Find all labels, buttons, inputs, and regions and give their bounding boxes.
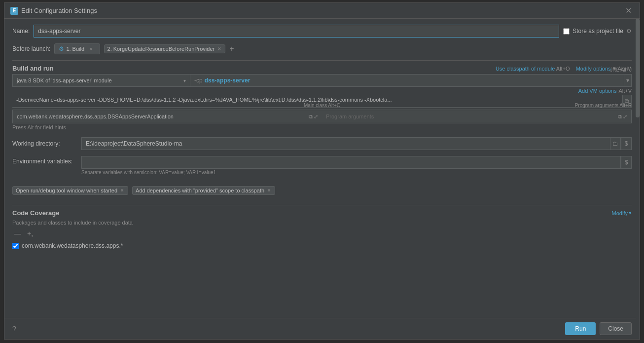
run-button[interactable]: Run bbox=[565, 322, 596, 335]
program-args-placeholder: Program arguments bbox=[326, 114, 374, 119]
gear-icon[interactable]: ⚙ bbox=[626, 28, 632, 35]
cp-prefix: -cp bbox=[194, 77, 203, 84]
working-dir-row: Working directory: 🗀 $ bbox=[12, 137, 632, 150]
add-vm-link[interactable]: Add VM options bbox=[578, 88, 617, 94]
before-launch-item-2-remove[interactable]: × bbox=[216, 46, 222, 52]
code-coverage-header: Code Coverage Modify ▾ bbox=[12, 209, 632, 217]
before-launch-item-1-text: 1. Build bbox=[66, 46, 84, 52]
working-dir-label: Working directory: bbox=[12, 140, 81, 147]
name-input[interactable] bbox=[34, 25, 559, 38]
tag-add-deps-text: Add dependencies with "provided" scope t… bbox=[136, 188, 264, 193]
before-launch-item-2-text: 2. KorgeUpdateResourceBeforeRunProvider bbox=[107, 46, 215, 52]
add-vm-shortcut: Alt+V bbox=[618, 88, 632, 94]
main-class-copy-icon[interactable]: ⧉ bbox=[309, 114, 313, 120]
coverage-subtitle: Packages and classes to include in cover… bbox=[12, 220, 632, 226]
sdk-row-wrap: JRE Alt+J java 8 SDK of 'dss-apps-server… bbox=[12, 74, 632, 87]
press-alt-hint: Press Alt for field hints bbox=[12, 123, 632, 131]
working-dir-folder-icon[interactable]: 🗀 bbox=[610, 137, 621, 150]
cp-dropdown[interactable]: ▾ bbox=[624, 74, 632, 87]
before-launch-row: Before launch: ⚙ 1. Build × 2. KorgeUpda… bbox=[12, 43, 632, 54]
env-vars-label: Environment variables: bbox=[12, 156, 81, 176]
scrollbar-thumb[interactable] bbox=[636, 19, 640, 117]
use-classpath-hint: Use classpath of module Alt+O bbox=[496, 66, 570, 72]
tags-row: Open run/debug tool window when started … bbox=[12, 182, 632, 199]
program-args-field[interactable]: Program arguments ⧉ ⤢ bbox=[322, 110, 632, 123]
main-program-wrap: Main class Alt+C Program arguments Alt+R… bbox=[12, 110, 632, 123]
coverage-item-text: com.webank.wedatasphere.dss.apps.* bbox=[22, 242, 123, 249]
name-row: Name: Store as project file ⚙ bbox=[12, 25, 632, 38]
tag-add-deps[interactable]: Add dependencies with "provided" scope t… bbox=[132, 186, 275, 195]
before-launch-label: Before launch: bbox=[12, 45, 50, 52]
sdk-dropdown-arrow: ▾ bbox=[183, 78, 186, 83]
main-class-hint: Main class Alt+C bbox=[304, 103, 340, 108]
jre-hint: JRE Alt+J bbox=[610, 67, 632, 73]
coverage-add-button[interactable]: +, bbox=[25, 229, 35, 238]
coverage-remove-button[interactable]: — bbox=[12, 229, 23, 238]
name-label: Name: bbox=[12, 28, 30, 35]
dialog-content: Name: Store as project file ⚙ Before lau… bbox=[4, 19, 640, 318]
program-args-expand-icon[interactable]: ⤢ bbox=[623, 114, 627, 120]
env-vars-edit-icon[interactable]: $ bbox=[621, 156, 632, 169]
close-button[interactable]: Close bbox=[600, 322, 632, 335]
scrollbar-track[interactable] bbox=[636, 19, 640, 319]
program-args-hint: Program arguments Alt+R bbox=[575, 103, 632, 108]
before-launch-item-1[interactable]: ⚙ 1. Build × bbox=[54, 43, 100, 54]
tag-add-deps-remove[interactable]: × bbox=[266, 188, 272, 193]
close-dialog-button[interactable]: ✕ bbox=[623, 6, 634, 16]
tag-open-window-text: Open run/debug tool window when started bbox=[16, 188, 117, 193]
build-run-section: Build and run Use classpath of module Al… bbox=[12, 60, 632, 131]
working-dir-var-icon[interactable]: $ bbox=[621, 137, 632, 150]
env-input-wrap: $ Separate variables with semicolon: VAR… bbox=[81, 156, 632, 176]
tag-open-window-remove[interactable]: × bbox=[119, 188, 125, 193]
tag-open-window[interactable]: Open run/debug tool window when started … bbox=[12, 186, 128, 195]
code-coverage-title: Code Coverage bbox=[12, 209, 59, 217]
store-project-row: Store as project file ⚙ bbox=[563, 28, 632, 35]
program-args-icons: ⧉ ⤢ bbox=[618, 114, 627, 120]
before-launch-item-2[interactable]: 2. KorgeUpdateResourceBeforeRunProvider … bbox=[104, 44, 226, 53]
build-icon: ⚙ bbox=[59, 45, 64, 52]
build-run-title: Build and run bbox=[12, 65, 54, 72]
env-vars-input[interactable] bbox=[81, 156, 621, 169]
app-icon: E bbox=[10, 7, 18, 15]
add-vm-row: Add VM options Alt+V bbox=[12, 88, 632, 94]
use-classpath-link[interactable]: Use classpath of module bbox=[496, 66, 555, 72]
coverage-actions: — +, bbox=[12, 229, 632, 238]
store-project-checkbox[interactable] bbox=[563, 28, 570, 35]
code-coverage-section: Code Coverage Modify ▾ Packages and clas… bbox=[12, 205, 632, 250]
footer-buttons: Run Close bbox=[565, 322, 632, 335]
sdk-select[interactable]: java 8 SDK of 'dss-apps-server' module ▾ bbox=[12, 74, 190, 87]
working-dir-input[interactable] bbox=[81, 137, 610, 150]
before-launch-add-button[interactable]: + bbox=[229, 45, 234, 53]
help-icon[interactable]: ? bbox=[12, 325, 16, 333]
cp-field: -cp dss-apps-server bbox=[190, 74, 624, 87]
env-input-row: $ bbox=[81, 156, 632, 169]
program-args-copy-icon[interactable]: ⧉ bbox=[618, 114, 622, 120]
dialog-title: Edit Configuration Settings bbox=[21, 7, 97, 14]
main-class-field[interactable]: com.webank.wedatasphere.dss.apps.DSSApps… bbox=[12, 110, 322, 123]
coverage-item: com.webank.wedatasphere.dss.apps.* bbox=[12, 241, 632, 250]
modify-coverage-link[interactable]: Modify ▾ bbox=[612, 210, 632, 216]
main-class-icons: ⧉ ⤢ bbox=[309, 114, 318, 120]
main-class-expand-icon[interactable]: ⤢ bbox=[314, 114, 318, 120]
footer: ? Run Close bbox=[4, 318, 640, 339]
build-run-header: Build and run Use classpath of module Al… bbox=[12, 60, 632, 72]
cp-value: dss-apps-server bbox=[205, 77, 250, 84]
use-classpath-shortcut: Alt+O bbox=[556, 66, 570, 72]
sdk-cp-row: java 8 SDK of 'dss-apps-server' module ▾… bbox=[12, 74, 632, 87]
title-bar: E Edit Configuration Settings ✕ bbox=[4, 3, 640, 19]
coverage-item-checkbox[interactable] bbox=[12, 243, 19, 249]
store-project-label: Store as project file bbox=[572, 28, 623, 35]
before-launch-item-1-remove[interactable]: × bbox=[86, 45, 95, 53]
main-program-grid: Main class Alt+C Program arguments Alt+R… bbox=[12, 110, 632, 123]
env-vars-hint: Separate variables with semicolon: VAR=v… bbox=[81, 169, 632, 176]
env-vars-row: Environment variables: $ Separate variab… bbox=[12, 156, 632, 176]
